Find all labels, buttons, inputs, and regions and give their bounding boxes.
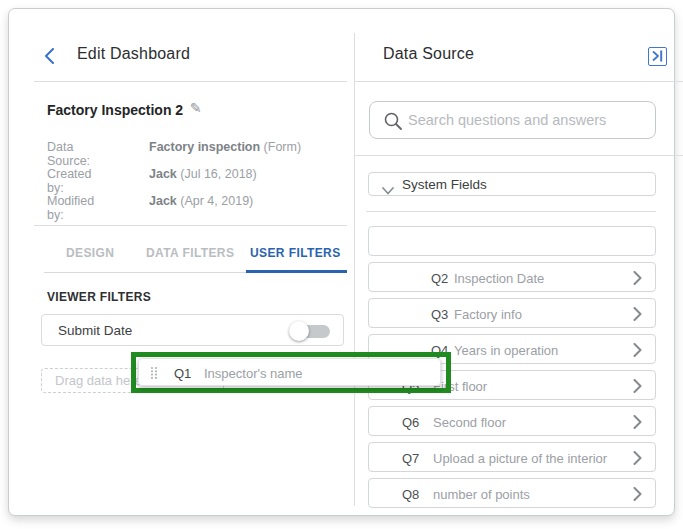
question-item[interactable]: Q8number of points — [368, 478, 656, 508]
chevron-right-icon — [633, 379, 642, 397]
meta-value: Factory inspection (Form) — [149, 140, 301, 154]
question-number: Q2 — [431, 271, 448, 286]
meta-value: Jack (Apr 4, 2019) — [149, 194, 253, 208]
page-title: Edit Dashboard — [77, 45, 190, 63]
panel-divider — [354, 33, 355, 506]
system-fields-label: System Fields — [402, 177, 487, 192]
tabs-top-divider — [34, 225, 347, 226]
toggle-knob — [289, 321, 309, 341]
empty-question-slot[interactable] — [368, 226, 656, 256]
search-input[interactable] — [408, 103, 650, 137]
question-item[interactable]: Q6Second floor — [368, 406, 656, 436]
question-number: Q7 — [402, 451, 419, 466]
meta-label: Modified by: — [47, 194, 94, 222]
collapse-panel-icon[interactable] — [648, 47, 667, 66]
submit-date-toggle[interactable] — [289, 321, 331, 341]
chevron-right-icon — [633, 343, 642, 361]
chevron-right-icon — [633, 307, 642, 325]
question-item[interactable]: Q3Factory info — [368, 298, 656, 328]
tab-user-filters[interactable]: USER FILTERS — [250, 246, 341, 260]
filter-item-submit-date: Submit Date — [41, 314, 344, 346]
tab-design[interactable]: DESIGN — [66, 246, 114, 260]
question-number: Q8 — [402, 487, 419, 502]
viewer-filters-heading: VIEWER FILTERS — [47, 290, 151, 304]
meta-label: Created by: — [47, 167, 91, 195]
tab-data-filters[interactable]: DATA FILTERS — [146, 246, 234, 260]
active-tab-indicator — [246, 270, 347, 273]
question-item[interactable]: Q2Inspection Date — [368, 262, 656, 292]
filter-item-label: Submit Date — [58, 323, 132, 338]
system-fields-divider — [366, 211, 656, 212]
edit-pencil-icon[interactable]: ✎ — [190, 100, 202, 116]
search-divider — [355, 155, 683, 156]
question-label: Factory info — [454, 307, 522, 322]
question-label: Second floor — [433, 415, 506, 430]
question-number: Q6 — [402, 415, 419, 430]
drop-zone-label: Drag data here — [55, 373, 142, 388]
chevron-right-icon — [633, 415, 642, 433]
edit-dashboard-screen: Edit Dashboard Factory Inspection 2 ✎ Da… — [0, 0, 683, 529]
chevron-down-icon — [382, 181, 394, 199]
question-item[interactable]: Q7Upload a picture of the interior — [368, 442, 656, 472]
question-number: Q3 — [431, 307, 448, 322]
question-label: Upload a picture of the interior — [433, 451, 607, 466]
chevron-right-icon — [633, 487, 642, 505]
meta-label: Data Source: — [47, 140, 90, 168]
dragged-question-label: Inspector's name — [204, 366, 303, 381]
left-header-divider — [34, 81, 347, 82]
back-icon[interactable] — [43, 48, 55, 64]
drag-handle-icon — [150, 366, 158, 384]
chevron-right-icon — [633, 271, 642, 289]
question-label: Inspection Date — [454, 271, 544, 286]
search-icon — [383, 111, 403, 131]
dragging-question-card[interactable]: Q1 Inspector's name — [138, 358, 441, 386]
dragged-question-number: Q1 — [174, 366, 191, 381]
question-label: number of points — [433, 487, 530, 502]
dashboard-name: Factory Inspection 2 — [47, 102, 183, 118]
dashboard-window: Edit Dashboard Factory Inspection 2 ✎ Da… — [8, 8, 675, 516]
data-source-title: Data Source — [383, 45, 474, 63]
right-header-divider — [355, 81, 683, 82]
question-label: Years in operation — [454, 343, 558, 358]
search-box — [369, 101, 656, 139]
system-fields-section[interactable]: System Fields — [368, 172, 656, 196]
chevron-right-icon — [633, 451, 642, 469]
meta-value: Jack (Jul 16, 2018) — [149, 167, 257, 181]
